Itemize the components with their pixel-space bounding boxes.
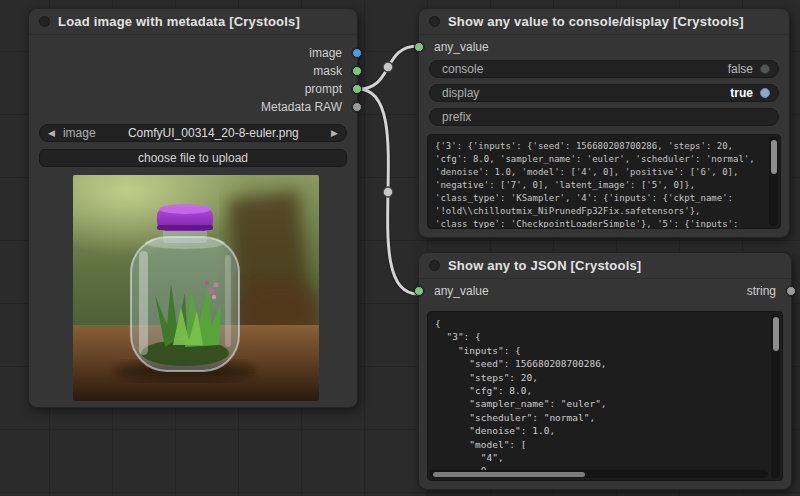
slot-label: mask — [313, 64, 342, 78]
slot-label: image — [309, 46, 342, 60]
input-slot-any-value[interactable]: any_value — [419, 37, 789, 57]
slot-label: Metadata RAW — [261, 100, 342, 114]
node-header[interactable]: Load image with metadata [Crystools] — [29, 9, 357, 35]
code-line: '!old\\chilloutmix_NiPrunedFp32Fix.safet… — [435, 205, 764, 218]
toggle-dot-on-icon[interactable] — [760, 88, 770, 98]
display-toggle-widget[interactable]: display true — [429, 84, 779, 102]
input-dot-any-value[interactable] — [414, 286, 424, 296]
collapse-toggle-icon[interactable] — [429, 16, 440, 27]
code-line: "cfg": 8.0, — [435, 384, 766, 397]
output-slot-image[interactable]: image — [29, 44, 357, 62]
toggle-label: console — [442, 62, 728, 76]
output-slot-metadata-raw[interactable]: Metadata RAW — [29, 98, 357, 116]
horizontal-scrollbar[interactable] — [430, 470, 768, 478]
widget-label: prefix — [442, 110, 763, 124]
vertical-scrollbar[interactable] — [771, 314, 780, 478]
node-title: Show any to JSON [Crystools] — [448, 258, 641, 273]
console-toggle-widget[interactable]: console false — [429, 60, 779, 78]
node-header[interactable]: Show any value to console/display [Cryst… — [419, 9, 789, 35]
image-preview — [73, 175, 319, 401]
code-line: 'class_type': 'KSampler', '4': {'inputs'… — [435, 192, 764, 205]
code-line: 'class_type': 'CheckpointLoaderSimple'},… — [435, 218, 764, 229]
collapse-toggle-icon[interactable] — [39, 16, 50, 27]
slot-row-any-value-string: any_value string — [419, 281, 791, 301]
slot-label: any_value — [434, 40, 489, 54]
node-load-image-with-metadata[interactable]: Load image with metadata [Crystools] ima… — [28, 8, 358, 408]
node-title: Load image with metadata [Crystools] — [58, 14, 300, 29]
toggle-value: false — [728, 62, 753, 76]
collapse-toggle-icon[interactable] — [429, 260, 440, 271]
code-line: 'denoise': 1.0, 'model': ['4', 0], 'posi… — [435, 166, 764, 179]
code-line: 'cfg': 8.0, 'sampler_name': 'euler', 'sc… — [435, 153, 764, 166]
scrollbar-thumb[interactable] — [773, 317, 779, 351]
code-line: "inputs": { — [435, 344, 766, 357]
prefix-widget[interactable]: prefix — [429, 108, 779, 126]
node-show-any-value-console-display[interactable]: Show any value to console/display [Cryst… — [418, 8, 790, 238]
output-slot-prompt[interactable]: prompt — [29, 80, 357, 98]
output-dot-metadata-raw[interactable] — [352, 102, 362, 112]
input-dot-any-value[interactable] — [414, 42, 424, 52]
combo-right-arrow-icon[interactable]: ▶ — [331, 128, 338, 138]
code-line: 'negative': ['7', 0], 'latent_image': ['… — [435, 179, 764, 192]
input-slot-label: any_value — [434, 284, 489, 298]
toggle-label: display — [442, 86, 730, 100]
output-slot-mask[interactable]: mask — [29, 62, 357, 80]
link-midpoint-dot — [383, 187, 393, 197]
json-output-textarea[interactable]: { "3": { "inputs": { "seed": 15668020870… — [427, 311, 783, 481]
toggle-dot-off-icon[interactable] — [760, 64, 770, 74]
code-line: { — [435, 317, 766, 330]
link-midpoint-dot — [383, 62, 393, 72]
node-canvas[interactable]: Load image with metadata [Crystools] ima… — [0, 0, 800, 496]
output-dot-image[interactable] — [352, 48, 362, 58]
scrollbar-thumb[interactable] — [433, 472, 585, 477]
code-line: "4", — [435, 451, 766, 464]
code-line: "denoise": 1.0, — [435, 424, 766, 437]
output-dot-prompt[interactable] — [352, 84, 362, 94]
output-dot-mask[interactable] — [352, 66, 362, 76]
output-slot-label: string — [747, 284, 776, 298]
code-line: "sampler_name": "euler", — [435, 397, 766, 410]
code-line: "model": [ — [435, 438, 766, 451]
code-line: "steps": 20, — [435, 371, 766, 384]
image-combo-widget[interactable]: ◀ image ComfyUI_00314_20-8-euler.png ▶ — [39, 124, 347, 142]
vertical-scrollbar[interactable] — [769, 137, 778, 226]
scrollbar-thumb[interactable] — [771, 140, 777, 174]
node-header[interactable]: Show any to JSON [Crystools] — [419, 253, 791, 279]
output-dot-string[interactable] — [786, 286, 796, 296]
code-line: "3": { — [435, 330, 766, 343]
output-slots: image mask prompt Metadata RAW — [29, 44, 357, 116]
wire-prompt-to-json — [358, 89, 418, 294]
node-show-any-to-json[interactable]: Show any to JSON [Crystools] any_value s… — [418, 252, 792, 490]
combo-left-arrow-icon[interactable]: ◀ — [48, 128, 55, 138]
slot-label: prompt — [305, 82, 342, 96]
node-title: Show any value to console/display [Cryst… — [448, 14, 744, 29]
wire-prompt-to-console — [358, 46, 418, 89]
combo-name: image — [63, 126, 96, 140]
code-line: "seed": 156680208700286, — [435, 357, 766, 370]
console-output-textarea[interactable]: {'3': {'inputs': {'seed': 15668020870028… — [427, 134, 781, 229]
code-line: "scheduler": "normal", — [435, 411, 766, 424]
combo-value[interactable]: ComfyUI_00314_20-8-euler.png — [96, 126, 331, 140]
choose-file-button[interactable]: choose file to upload — [39, 149, 347, 167]
code-line: {'3': {'inputs': {'seed': 15668020870028… — [435, 140, 764, 153]
toggle-value: true — [730, 86, 753, 100]
